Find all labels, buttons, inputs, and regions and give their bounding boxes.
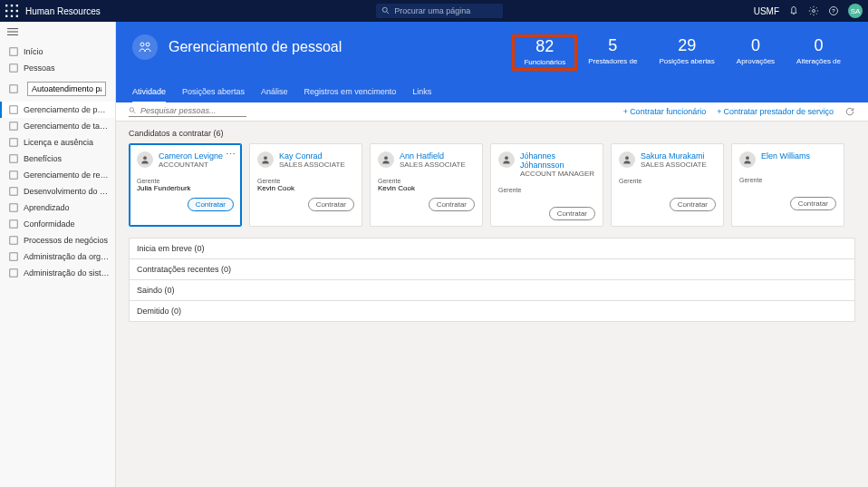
sidebar-item-admin-org[interactable]: Administração da organização — [0, 248, 115, 265]
person-icon — [619, 151, 635, 168]
svg-rect-6 — [5, 15, 7, 17]
svg-text:?: ? — [832, 8, 835, 14]
self-service-input[interactable] — [27, 82, 106, 96]
svg-rect-0 — [5, 5, 7, 6]
section-row[interactable]: Contratações recentes (0) — [129, 259, 855, 280]
metric-tile[interactable]: 5Prestadores de — [577, 34, 648, 71]
candidate-name[interactable]: Ann Hatfield — [400, 151, 466, 161]
candidate-role: SALES ASSOCIATE — [279, 161, 345, 169]
user-avatar[interactable]: SA — [848, 4, 863, 18]
candidate-card[interactable]: ⋯Cameron LevigneACCOUNTANTGerenteJulia F… — [129, 143, 242, 227]
tab[interactable]: Atividade — [132, 83, 166, 103]
svg-rect-18 — [10, 64, 17, 72]
tabs: AtividadePosições abertasAnáliseRegistro… — [132, 83, 852, 102]
svg-rect-4 — [11, 10, 13, 12]
metric-value: 29 — [659, 36, 714, 55]
sidebar-item-beneficios[interactable]: Benefícios — [0, 151, 115, 167]
search-people-input[interactable] — [140, 106, 246, 115]
section-row[interactable]: Inicia em breve (0) — [129, 238, 855, 259]
svg-rect-30 — [10, 269, 17, 277]
topbar: Human Resources Procurar uma página USMF… — [0, 0, 868, 22]
hire-contractor-link[interactable]: +Contratar prestador de serviço — [717, 107, 834, 116]
sidebar-item-licenca[interactable]: Licença e ausência — [0, 134, 115, 151]
tab[interactable]: Links — [412, 83, 431, 102]
hire-button[interactable]: Contratar — [549, 207, 595, 220]
person-icon — [378, 151, 394, 168]
more-icon[interactable]: ⋯ — [226, 150, 236, 160]
hire-employee-link[interactable]: +Contratar funcionário — [623, 107, 706, 116]
company-selector[interactable]: USMF — [754, 6, 779, 16]
sidebar-item-remuneracao[interactable]: Gerenciamento de remuneraç... — [0, 167, 115, 183]
search-icon — [129, 106, 137, 115]
svg-rect-29 — [10, 253, 17, 260]
app-launcher-icon[interactable] — [5, 5, 18, 17]
hire-button[interactable]: Contratar — [790, 197, 836, 210]
candidate-name[interactable]: Cameron Levigne — [159, 151, 223, 161]
page-title: Gerenciamento de pessoal — [169, 39, 342, 55]
sidebar-item-gerenciamento-pessoal[interactable]: Gerenciamento de pessoal — [0, 102, 115, 118]
sidebar-item-inicio[interactable]: Início — [0, 44, 115, 60]
manager-label: Gerente — [498, 187, 595, 193]
sidebar-item-admin-sistema[interactable]: Administração do sistema — [0, 265, 115, 281]
candidate-name[interactable]: Elen Williams — [761, 151, 810, 161]
svg-point-33 — [130, 108, 134, 112]
metric-tile[interactable]: 82Funcionários — [512, 34, 577, 71]
global-search-placeholder: Procurar uma página — [394, 6, 470, 15]
sidebar-item-gerenciamento-tarefas[interactable]: Gerenciamento de tarefas — [0, 118, 115, 134]
metric-label: Prestadores de — [588, 57, 637, 65]
svg-rect-7 — [11, 15, 13, 17]
manager-name: Kevin Cook — [378, 184, 475, 192]
manager-name: Kevin Cook — [257, 184, 354, 192]
search-people[interactable] — [129, 106, 246, 117]
section-row[interactable]: Demitido (0) — [129, 301, 855, 322]
sidebar: InícioPessoasGerenciamento de pessoalGer… — [0, 22, 116, 487]
svg-point-11 — [813, 10, 815, 13]
hire-button[interactable]: Contratar — [429, 198, 475, 211]
tab[interactable]: Análise — [261, 83, 288, 102]
hamburger-icon[interactable] — [0, 22, 115, 44]
sidebar-item-conformidade[interactable]: Conformidade — [0, 216, 115, 232]
global-search[interactable]: Procurar uma página — [376, 4, 503, 18]
candidate-name[interactable]: Jóhannes Jóhannsson — [520, 151, 595, 170]
metric-label: Posições abertas — [659, 57, 714, 65]
metric-tile[interactable]: 29Posições abertas — [648, 34, 725, 71]
sidebar-item-aprendizado[interactable]: Aprendizado — [0, 200, 115, 216]
sidebar-item-pessoas[interactable]: Pessoas — [0, 60, 115, 76]
metric-label: Funcionários — [524, 58, 565, 66]
metrics: 82Funcionários5Prestadores de29Posições … — [512, 34, 852, 71]
svg-rect-24 — [10, 171, 17, 179]
candidate-card[interactable]: Jóhannes JóhannssonACCOUNT MANAGERGerent… — [490, 143, 603, 227]
candidate-card[interactable]: Sakura MurakamiSALES ASSOCIATEGerente Co… — [611, 143, 724, 227]
tab[interactable]: Registros em vencimento — [304, 83, 397, 102]
sidebar-item-autoatendimento[interactable] — [0, 76, 115, 102]
svg-rect-1 — [11, 5, 13, 6]
candidate-card[interactable]: Ann HatfieldSALES ASSOCIATEGerenteKevin … — [370, 143, 483, 227]
manager-label: Gerente — [619, 178, 716, 184]
hire-button[interactable]: Contratar — [188, 198, 234, 211]
metric-tile[interactable]: 0Alterações de — [786, 34, 852, 71]
hire-button[interactable]: Contratar — [670, 198, 716, 211]
hire-button[interactable]: Contratar — [308, 198, 354, 211]
candidate-card[interactable]: Kay ConradSALES ASSOCIATEGerenteKevin Co… — [249, 143, 362, 227]
svg-point-35 — [143, 156, 147, 160]
bell-icon[interactable] — [788, 5, 799, 16]
svg-point-9 — [382, 7, 387, 12]
section-row[interactable]: Saindo (0) — [129, 280, 855, 301]
candidate-name[interactable]: Sakura Murakami — [641, 151, 707, 161]
gear-icon[interactable] — [808, 5, 819, 16]
svg-rect-21 — [10, 122, 17, 130]
tab[interactable]: Posições abertas — [182, 83, 245, 102]
refresh-icon[interactable] — [844, 106, 855, 117]
sidebar-item-processos[interactable]: Processos de negócios — [0, 232, 115, 248]
candidate-name[interactable]: Kay Conrad — [279, 151, 345, 161]
candidate-card[interactable]: Elen WilliamsGerente Contratar — [731, 143, 844, 227]
svg-rect-25 — [10, 188, 17, 195]
plus-icon: + — [623, 107, 628, 116]
body: Candidatos a contratar (6) ⋯Cameron Levi… — [116, 122, 868, 487]
help-icon[interactable]: ? — [828, 5, 839, 16]
metric-tile[interactable]: 0Aprovações — [726, 34, 786, 71]
svg-rect-19 — [10, 85, 17, 93]
candidates-title: Candidatos a contratar (6) — [129, 129, 855, 138]
sidebar-item-desenvolvimento[interactable]: Desenvolvimento do funcioná... — [0, 183, 115, 200]
app-title: Human Resources — [25, 6, 101, 16]
